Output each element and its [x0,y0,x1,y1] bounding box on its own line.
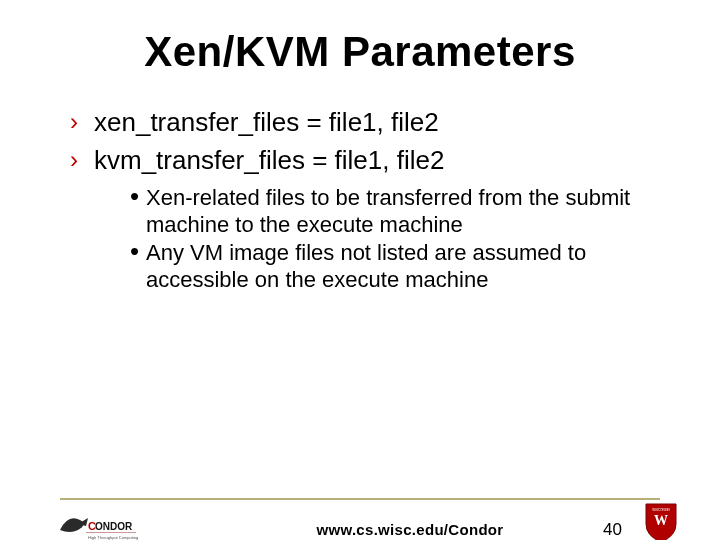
uw-madison-crest: W MADISON WISCONSIN [632,502,690,540]
content-area: › xen_transfer_files = file1, file2 › kv… [70,106,680,178]
page-number: 40 [603,520,622,540]
bullet-l2-text: Any VM image files not listed are assume… [146,240,586,293]
sub-bullet-group: • Xen-related files to be transferred fr… [130,184,670,294]
bullet-l2: • Xen-related files to be transferred fr… [130,184,670,239]
bullet-l1-text: kvm_transfer_files = file1, file2 [94,145,444,175]
slide: Xen/KVM Parameters › xen_transfer_files … [0,28,720,540]
svg-text:W: W [654,513,668,528]
footer-url-text: www.cs.wisc.edu/Condor [217,521,504,538]
bullet-l2: • Any VM image files not listed are assu… [130,239,670,294]
bullet-l2-text: Xen-related files to be transferred from… [146,185,630,238]
dot-icon: • [130,180,139,213]
bullet-l1-text: xen_transfer_files = file1, file2 [94,107,439,137]
bullet-l1: › kvm_transfer_files = file1, file2 [70,144,680,178]
bullet-l1: › xen_transfer_files = file1, file2 [70,106,680,140]
svg-text:WISCONSIN: WISCONSIN [652,508,669,512]
chevron-icon: › [70,106,78,137]
dot-icon: • [130,235,139,268]
divider-line [60,498,660,500]
slide-title: Xen/KVM Parameters [0,28,720,76]
chevron-icon: › [70,144,78,175]
